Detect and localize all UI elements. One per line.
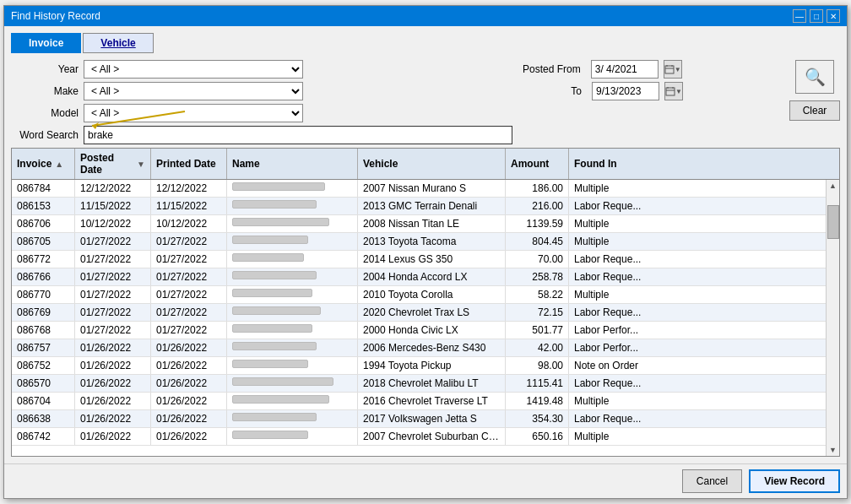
table-row[interactable]: 086768 01/27/2022 01/27/2022 2000 Honda … bbox=[12, 322, 826, 339]
cell-vehicle: 2013 GMC Terrain Denali bbox=[358, 198, 506, 214]
table-row[interactable]: 086638 01/26/2022 01/26/2022 2017 Volksw… bbox=[12, 410, 826, 428]
word-search-input[interactable] bbox=[84, 126, 512, 144]
posted-from-input[interactable] bbox=[591, 60, 659, 79]
cell-found-in: Labor Reque... bbox=[569, 268, 653, 285]
table-row[interactable]: 086153 11/15/2022 11/15/2022 2013 GMC Te… bbox=[12, 198, 826, 215]
cell-amount: 1419.48 bbox=[506, 393, 569, 409]
cell-invoice: 086772 bbox=[12, 251, 75, 268]
filter-right: 🔍 Clear bbox=[789, 60, 840, 121]
cell-posted-date: 01/27/2022 bbox=[75, 233, 151, 250]
cell-found-in: Multiple bbox=[569, 393, 653, 409]
cell-posted-date: 10/12/2022 bbox=[75, 215, 151, 232]
year-select[interactable]: < All > bbox=[84, 60, 303, 79]
view-record-button[interactable]: View Record bbox=[749, 469, 840, 493]
cell-name bbox=[227, 304, 358, 321]
to-input[interactable] bbox=[592, 82, 659, 100]
maximize-button[interactable]: □ bbox=[810, 9, 823, 23]
calendar-icon-to bbox=[665, 86, 675, 96]
cell-vehicle: 2007 Chevrolet Suburban C1500 bbox=[358, 428, 506, 445]
table-row[interactable]: 086770 01/27/2022 01/27/2022 2010 Toyota… bbox=[12, 286, 826, 304]
cell-found-in: Multiple bbox=[569, 215, 653, 232]
minimize-button[interactable]: — bbox=[793, 9, 806, 23]
table-row[interactable]: 086757 01/26/2022 01/26/2022 2006 Merced… bbox=[12, 339, 826, 357]
cell-amount: 186.00 bbox=[506, 180, 569, 197]
cell-amount: 501.77 bbox=[506, 322, 569, 339]
cell-vehicle: 2006 Mercedes-Benz S430 bbox=[358, 339, 506, 356]
cancel-button[interactable]: Cancel bbox=[682, 469, 742, 493]
table-row[interactable]: 086766 01/27/2022 01/27/2022 2004 Honda … bbox=[12, 268, 826, 286]
cell-found-in: Labor Perfor... bbox=[569, 339, 653, 356]
cell-name bbox=[227, 393, 358, 409]
cell-vehicle: 2008 Nissan Titan LE bbox=[358, 215, 506, 232]
col-vehicle[interactable]: Vehicle bbox=[358, 149, 506, 179]
col-posted-date[interactable]: Posted Date ▼ bbox=[75, 149, 151, 179]
table-row[interactable]: 086704 01/26/2022 01/26/2022 2016 Chevro… bbox=[12, 393, 826, 410]
cell-invoice: 086153 bbox=[12, 198, 75, 214]
cell-vehicle: 2010 Toyota Corolla bbox=[358, 286, 506, 303]
scroll-up-arrow[interactable]: ▲ bbox=[827, 180, 838, 192]
cell-vehicle: 2020 Chevrolet Trax LS bbox=[358, 304, 506, 321]
cell-invoice: 086757 bbox=[12, 339, 75, 356]
cell-posted-date: 01/26/2022 bbox=[75, 410, 151, 427]
tab-invoice[interactable]: Invoice bbox=[11, 33, 81, 53]
cell-amount: 1139.59 bbox=[506, 215, 569, 232]
cell-found-in: Labor Reque... bbox=[569, 251, 653, 268]
cell-invoice: 086570 bbox=[12, 375, 75, 392]
table-row[interactable]: 086705 01/27/2022 01/27/2022 2013 Toyota… bbox=[12, 233, 826, 251]
cell-name bbox=[227, 410, 358, 427]
cell-printed-date: 01/27/2022 bbox=[151, 233, 227, 250]
cell-amount: 258.78 bbox=[506, 268, 569, 285]
cell-posted-date: 01/27/2022 bbox=[75, 251, 151, 268]
scroll-thumb[interactable] bbox=[827, 205, 839, 239]
scrollbar[interactable]: ▲ ▼ bbox=[826, 180, 839, 456]
table-container: Invoice ▲ Posted Date ▼ Printed Date Nam… bbox=[11, 148, 840, 457]
filter-middle: Posted From ▼ To bbox=[523, 60, 683, 100]
col-printed-date[interactable]: Printed Date bbox=[151, 149, 227, 179]
col-name[interactable]: Name bbox=[227, 149, 358, 179]
cell-invoice: 086784 bbox=[12, 180, 75, 197]
table-row[interactable]: 086570 01/26/2022 01/26/2022 2018 Chevro… bbox=[12, 375, 826, 393]
table-row[interactable]: 086772 01/27/2022 01/27/2022 2014 Lexus … bbox=[12, 251, 826, 268]
cell-vehicle: 2007 Nissan Murano S bbox=[358, 180, 506, 197]
cell-invoice: 086768 bbox=[12, 322, 75, 339]
posted-from-label: Posted From bbox=[523, 63, 581, 75]
to-calendar-button[interactable]: ▼ bbox=[664, 82, 683, 100]
col-amount[interactable]: Amount bbox=[506, 149, 569, 179]
cell-printed-date: 11/15/2022 bbox=[151, 198, 227, 214]
cell-posted-date: 01/27/2022 bbox=[75, 322, 151, 339]
cell-found-in: Labor Reque... bbox=[569, 198, 653, 214]
table-row[interactable]: 086742 01/26/2022 01/26/2022 2007 Chevro… bbox=[12, 428, 826, 446]
make-select[interactable]: < All > bbox=[84, 82, 303, 100]
cell-name bbox=[227, 286, 358, 303]
table-row[interactable]: 086752 01/26/2022 01/26/2022 1994 Toyota… bbox=[12, 357, 826, 375]
table-row[interactable]: 086706 10/12/2022 10/12/2022 2008 Nissan… bbox=[12, 215, 826, 233]
table-row[interactable]: 086769 01/27/2022 01/27/2022 2020 Chevro… bbox=[12, 304, 826, 322]
cell-name bbox=[227, 322, 358, 339]
cell-name bbox=[227, 375, 358, 392]
col-invoice[interactable]: Invoice ▲ bbox=[12, 149, 75, 179]
search-button[interactable]: 🔍 bbox=[795, 60, 834, 94]
scroll-down-arrow[interactable]: ▼ bbox=[827, 444, 838, 456]
to-label: To bbox=[523, 85, 582, 97]
cell-posted-date: 11/15/2022 bbox=[75, 198, 151, 214]
close-button[interactable]: ✕ bbox=[827, 9, 840, 23]
to-row: To ▼ bbox=[523, 82, 683, 100]
col-found-in[interactable]: Found In bbox=[569, 149, 653, 179]
cell-invoice: 086705 bbox=[12, 233, 75, 250]
model-select[interactable]: < All > bbox=[84, 104, 303, 122]
tab-vehicle[interactable]: Vehicle bbox=[83, 33, 153, 53]
cell-posted-date: 01/26/2022 bbox=[75, 393, 151, 409]
posted-from-calendar-button[interactable]: ▼ bbox=[664, 60, 682, 79]
cell-amount: 98.00 bbox=[506, 357, 569, 374]
clear-button[interactable]: Clear bbox=[789, 100, 840, 121]
cell-amount: 42.00 bbox=[506, 339, 569, 356]
cell-amount: 354.30 bbox=[506, 410, 569, 427]
svg-rect-6 bbox=[666, 88, 675, 95]
cell-invoice: 086752 bbox=[12, 357, 75, 374]
cell-invoice: 086638 bbox=[12, 410, 75, 427]
cell-printed-date: 01/26/2022 bbox=[151, 375, 227, 392]
cell-name bbox=[227, 251, 358, 268]
cell-posted-date: 01/26/2022 bbox=[75, 375, 151, 392]
table-row[interactable]: 086784 12/12/2022 12/12/2022 2007 Nissan… bbox=[12, 180, 826, 198]
cell-vehicle: 2004 Honda Accord LX bbox=[358, 268, 506, 285]
